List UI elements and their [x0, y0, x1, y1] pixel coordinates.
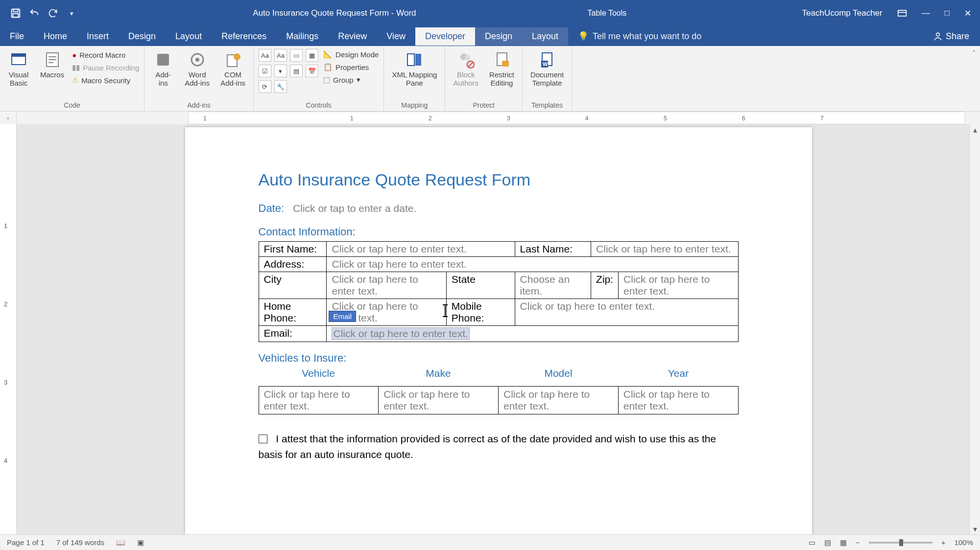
svg-point-5 — [936, 33, 940, 36]
tab-layout[interactable]: Layout — [166, 27, 212, 46]
dropdown-control-icon[interactable]: ▤ — [290, 65, 303, 77]
properties-button[interactable]: 📋Properties — [323, 63, 379, 71]
email-field[interactable]: Click or tap here to enter text. — [332, 327, 469, 340]
collapse-ribbon-icon[interactable]: ˄ — [968, 46, 980, 111]
group-button[interactable]: ⬚Group ▾ — [323, 75, 379, 84]
horizontal-ruler[interactable]: 11234567 — [188, 112, 965, 124]
zoom-slider[interactable] — [869, 542, 932, 544]
table-row: Address: Click or tap here to enter text… — [259, 257, 738, 272]
svg-text:3: 3 — [507, 115, 510, 122]
window-controls: — □ ✕ — [922, 8, 971, 19]
state-field[interactable]: Choose an item. — [515, 272, 591, 299]
tab-view[interactable]: View — [377, 27, 415, 46]
tab-context-design[interactable]: Design — [475, 27, 522, 46]
vertical-ruler[interactable]: 1 2 3 4 — [0, 124, 17, 534]
addins-button[interactable]: Add- ins — [149, 49, 177, 89]
design-mode-button[interactable]: 📐Design Mode — [323, 50, 379, 59]
redo-icon[interactable] — [47, 7, 59, 19]
scroll-up-icon[interactable]: ▴ — [970, 124, 980, 135]
last-name-field[interactable]: Click or tap here to enter text. — [591, 242, 738, 257]
block-authors-button[interactable]: Block Authors — [450, 49, 481, 89]
share-button[interactable]: Share — [922, 31, 980, 42]
legacy-tools-icon[interactable]: 🔧 — [274, 80, 287, 93]
text-cursor-icon — [445, 304, 446, 317]
date-control-icon[interactable]: 📅 — [306, 65, 318, 77]
repeating-control-icon[interactable]: ⟳ — [259, 80, 271, 93]
document-viewport[interactable]: Auto Insurance Quote Request Form Date: … — [17, 124, 980, 534]
make-field[interactable]: Click or tap here to enter text. — [379, 387, 499, 414]
xml-mapping-button[interactable]: XML Mapping Pane — [389, 49, 440, 89]
document-template-button[interactable]: WDocument Template — [527, 49, 567, 89]
undo-icon[interactable] — [28, 7, 40, 19]
tab-design[interactable]: Design — [119, 27, 166, 46]
vertical-scrollbar[interactable]: ▴ ▾ — [969, 124, 980, 534]
scroll-down-icon[interactable]: ▾ — [970, 524, 980, 534]
address-field[interactable]: Click or tap here to enter text. — [327, 257, 738, 272]
ribbon-display-icon[interactable] — [897, 9, 907, 17]
group-templates: WDocument Template Templates — [523, 46, 572, 111]
svg-rect-9 — [157, 54, 169, 66]
picture-control-icon[interactable]: ▭ — [290, 49, 303, 62]
tab-insert[interactable]: Insert — [77, 27, 119, 46]
web-layout-icon[interactable]: ▦ — [840, 538, 847, 547]
building-block-control-icon[interactable]: ▦ — [306, 49, 318, 62]
macros-button[interactable]: Macros — [37, 49, 67, 81]
tab-review[interactable]: Review — [328, 27, 377, 46]
word-addins-button[interactable]: Word Add-ins — [182, 49, 213, 89]
close-icon[interactable]: ✕ — [964, 8, 971, 19]
warning-icon: ⚠ — [72, 76, 78, 85]
zoom-level[interactable]: 100% — [955, 538, 973, 547]
tab-context-layout[interactable]: Layout — [522, 27, 568, 46]
qat-customize-icon[interactable]: ▾ — [66, 7, 77, 19]
year-field[interactable]: Click or tap here to enter text. — [618, 387, 738, 414]
checkbox-control-icon[interactable]: ☑ — [259, 65, 271, 77]
pause-recording-button[interactable]: ▮▮Pause Recording — [72, 63, 139, 72]
lightbulb-icon: 💡 — [578, 31, 589, 42]
visual-basic-button[interactable]: Visual Basic — [5, 49, 32, 89]
attestation-checkbox[interactable] — [259, 435, 267, 443]
mobile-phone-field[interactable]: Click or tap here to enter text. — [515, 299, 738, 326]
date-content-control[interactable]: Click or tap to enter a date. — [293, 203, 416, 214]
macro-recorder-icon[interactable]: ▣ — [137, 538, 144, 547]
read-mode-icon[interactable]: ▭ — [809, 538, 815, 547]
minimize-icon[interactable]: — — [922, 8, 930, 19]
rich-text-control-icon[interactable]: Aa — [259, 49, 271, 62]
print-layout-icon[interactable]: ▤ — [824, 538, 831, 547]
record-macro-button[interactable]: ●Record Macro — [72, 51, 139, 59]
maximize-icon[interactable]: □ — [945, 8, 950, 19]
col-make: Make — [379, 367, 499, 379]
properties-icon: 📋 — [323, 63, 333, 71]
word-count[interactable]: 7 of 149 words — [56, 538, 104, 547]
city-label: City — [259, 272, 327, 299]
user-name: TeachUcomp Teacher — [802, 8, 883, 18]
content-control-tag[interactable]: Email — [329, 311, 356, 322]
com-addins-button[interactable]: COM Add-ins — [217, 49, 248, 89]
spell-check-icon[interactable]: 📖 — [116, 538, 125, 547]
scrollbar-track[interactable] — [970, 135, 980, 524]
zip-field[interactable]: Click or tap here to enter text. — [619, 272, 738, 299]
vehicle-field[interactable]: Click or tap here to enter text. — [259, 387, 379, 414]
ruler-corner[interactable]: ▫ — [0, 112, 17, 124]
macro-security-button[interactable]: ⚠Macro Security — [72, 76, 139, 85]
tab-home[interactable]: Home — [34, 27, 77, 46]
model-field[interactable]: Click or tap here to enter text. — [499, 387, 619, 414]
first-name-field[interactable]: Click or tap here to enter text. — [327, 242, 515, 257]
tell-me-search[interactable]: 💡 Tell me what you want to do — [568, 31, 922, 42]
combobox-control-icon[interactable]: ▾ — [274, 65, 287, 77]
restrict-editing-button[interactable]: Restrict Editing — [486, 49, 517, 89]
tab-developer[interactable]: Developer — [415, 27, 475, 46]
tab-file[interactable]: File — [0, 27, 34, 46]
tab-references[interactable]: References — [212, 27, 276, 46]
plain-text-control-icon[interactable]: Aa — [274, 49, 287, 62]
city-field[interactable]: Click or tap here to enter text. — [327, 272, 446, 299]
svg-rect-2 — [13, 14, 19, 17]
page-indicator[interactable]: Page 1 of 1 — [7, 538, 45, 547]
svg-text:4: 4 — [585, 115, 589, 122]
zoom-out-icon[interactable]: − — [856, 538, 860, 547]
record-icon: ● — [72, 51, 76, 59]
svg-text:7: 7 — [820, 115, 824, 122]
save-icon[interactable] — [10, 7, 22, 19]
zoom-slider-thumb[interactable] — [899, 539, 903, 546]
zoom-in-icon[interactable]: + — [941, 538, 946, 547]
tab-mailings[interactable]: Mailings — [276, 27, 328, 46]
